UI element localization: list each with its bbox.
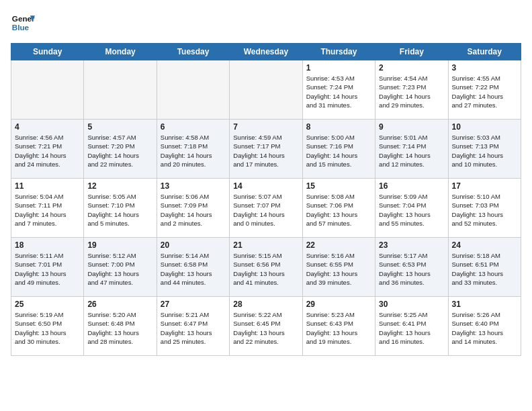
day-number: 8 (306, 122, 371, 132)
calendar-cell: 24Sunrise: 5:18 AM Sunset: 6:51 PM Dayli… (448, 238, 521, 297)
calendar-cell: 30Sunrise: 5:25 AM Sunset: 6:41 PM Dayli… (375, 297, 448, 356)
calendar-cell: 31Sunrise: 5:26 AM Sunset: 6:40 PM Dayli… (448, 297, 521, 356)
day-info: Sunrise: 5:14 AM Sunset: 6:58 PM Dayligh… (161, 251, 226, 287)
calendar-cell: 27Sunrise: 5:21 AM Sunset: 6:47 PM Dayli… (157, 297, 229, 356)
day-info: Sunrise: 5:19 AM Sunset: 6:50 PM Dayligh… (15, 310, 80, 346)
day-info: Sunrise: 4:59 AM Sunset: 7:17 PM Dayligh… (233, 133, 298, 169)
calendar-cell: 1Sunrise: 4:53 AM Sunset: 7:24 PM Daylig… (302, 60, 375, 120)
day-info: Sunrise: 5:22 AM Sunset: 6:45 PM Dayligh… (233, 310, 298, 346)
weekday-header-sunday: Sunday (11, 44, 84, 60)
day-info: Sunrise: 5:08 AM Sunset: 7:06 PM Dayligh… (306, 192, 371, 228)
day-info: Sunrise: 5:15 AM Sunset: 6:56 PM Dayligh… (233, 251, 298, 287)
calendar-cell: 28Sunrise: 5:22 AM Sunset: 6:45 PM Dayli… (230, 297, 302, 356)
day-info: Sunrise: 4:54 AM Sunset: 7:23 PM Dayligh… (379, 74, 444, 109)
day-number: 12 (87, 181, 152, 191)
calendar-week-row: 1Sunrise: 4:53 AM Sunset: 7:24 PM Daylig… (11, 60, 521, 120)
day-number: 11 (15, 181, 80, 191)
calendar-cell: 19Sunrise: 5:12 AM Sunset: 7:00 PM Dayli… (84, 238, 157, 297)
day-number: 4 (15, 122, 80, 132)
day-number: 10 (452, 122, 517, 132)
calendar-cell (84, 60, 157, 120)
calendar-cell: 18Sunrise: 5:11 AM Sunset: 7:01 PM Dayli… (11, 238, 84, 297)
day-info: Sunrise: 5:11 AM Sunset: 7:01 PM Dayligh… (15, 251, 80, 287)
day-info: Sunrise: 5:09 AM Sunset: 7:04 PM Dayligh… (379, 192, 444, 228)
day-number: 27 (161, 300, 226, 309)
calendar-cell: 22Sunrise: 5:16 AM Sunset: 6:55 PM Dayli… (302, 238, 375, 297)
day-number: 1 (306, 63, 371, 73)
day-number: 19 (87, 240, 152, 250)
calendar-cell: 29Sunrise: 5:23 AM Sunset: 6:43 PM Dayli… (302, 297, 375, 356)
day-number: 9 (379, 122, 444, 132)
day-info: Sunrise: 5:18 AM Sunset: 6:51 PM Dayligh… (452, 251, 517, 287)
weekday-header-friday: Friday (375, 44, 448, 60)
day-info: Sunrise: 5:16 AM Sunset: 6:55 PM Dayligh… (306, 251, 371, 287)
weekday-header-monday: Monday (84, 44, 157, 60)
day-number: 28 (233, 300, 298, 309)
day-number: 16 (379, 181, 444, 191)
calendar-cell: 20Sunrise: 5:14 AM Sunset: 6:58 PM Dayli… (157, 238, 229, 297)
day-number: 18 (15, 240, 80, 250)
day-info: Sunrise: 5:07 AM Sunset: 7:07 PM Dayligh… (233, 192, 298, 228)
day-number: 3 (452, 63, 517, 73)
calendar-cell: 3Sunrise: 4:55 AM Sunset: 7:22 PM Daylig… (448, 60, 521, 120)
day-info: Sunrise: 5:23 AM Sunset: 6:43 PM Dayligh… (306, 310, 371, 346)
calendar-week-row: 18Sunrise: 5:11 AM Sunset: 7:01 PM Dayli… (11, 238, 521, 297)
day-number: 17 (452, 181, 517, 191)
day-info: Sunrise: 4:56 AM Sunset: 7:21 PM Dayligh… (15, 133, 80, 169)
weekday-header-thursday: Thursday (302, 44, 375, 60)
day-number: 31 (452, 300, 517, 309)
day-info: Sunrise: 5:26 AM Sunset: 6:40 PM Dayligh… (452, 310, 517, 346)
day-info: Sunrise: 4:55 AM Sunset: 7:22 PM Dayligh… (452, 74, 517, 109)
day-number: 29 (306, 300, 371, 309)
calendar-cell: 17Sunrise: 5:10 AM Sunset: 7:03 PM Dayli… (448, 179, 521, 238)
day-number: 25 (15, 300, 80, 309)
calendar-cell: 21Sunrise: 5:15 AM Sunset: 6:56 PM Dayli… (230, 238, 302, 297)
calendar-cell: 26Sunrise: 5:20 AM Sunset: 6:48 PM Dayli… (84, 297, 157, 356)
day-number: 20 (161, 240, 226, 250)
calendar-cell (157, 60, 229, 120)
calendar-cell: 2Sunrise: 4:54 AM Sunset: 7:23 PM Daylig… (375, 60, 448, 120)
day-info: Sunrise: 5:06 AM Sunset: 7:09 PM Dayligh… (161, 192, 226, 228)
day-info: Sunrise: 5:01 AM Sunset: 7:14 PM Dayligh… (379, 133, 444, 169)
day-info: Sunrise: 5:04 AM Sunset: 7:11 PM Dayligh… (15, 192, 80, 228)
weekday-header-tuesday: Tuesday (157, 44, 229, 60)
day-number: 21 (233, 240, 298, 250)
day-info: Sunrise: 5:10 AM Sunset: 7:03 PM Dayligh… (452, 192, 517, 228)
calendar-week-row: 11Sunrise: 5:04 AM Sunset: 7:11 PM Dayli… (11, 179, 521, 238)
day-number: 13 (161, 181, 226, 191)
calendar-cell: 6Sunrise: 4:58 AM Sunset: 7:18 PM Daylig… (157, 120, 229, 179)
day-info: Sunrise: 4:58 AM Sunset: 7:18 PM Dayligh… (161, 133, 226, 169)
day-info: Sunrise: 5:05 AM Sunset: 7:10 PM Dayligh… (87, 192, 152, 228)
day-number: 23 (379, 240, 444, 250)
weekday-header-saturday: Saturday (448, 44, 521, 60)
day-info: Sunrise: 5:00 AM Sunset: 7:16 PM Dayligh… (306, 133, 371, 169)
calendar-table: SundayMondayTuesdayWednesdayThursdayFrid… (11, 43, 521, 356)
weekday-header-row: SundayMondayTuesdayWednesdayThursdayFrid… (11, 44, 521, 60)
day-info: Sunrise: 5:20 AM Sunset: 6:48 PM Dayligh… (87, 310, 152, 346)
day-number: 14 (233, 181, 298, 191)
day-info: Sunrise: 5:21 AM Sunset: 6:47 PM Dayligh… (161, 310, 226, 346)
day-number: 26 (87, 300, 152, 309)
calendar-week-row: 25Sunrise: 5:19 AM Sunset: 6:50 PM Dayli… (11, 297, 521, 356)
day-number: 24 (452, 240, 517, 250)
calendar-cell: 16Sunrise: 5:09 AM Sunset: 7:04 PM Dayli… (375, 179, 448, 238)
svg-text:Blue: Blue (12, 23, 30, 32)
calendar-cell: 13Sunrise: 5:06 AM Sunset: 7:09 PM Dayli… (157, 179, 229, 238)
calendar-cell: 15Sunrise: 5:08 AM Sunset: 7:06 PM Dayli… (302, 179, 375, 238)
day-number: 30 (379, 300, 444, 309)
calendar-cell: 9Sunrise: 5:01 AM Sunset: 7:14 PM Daylig… (375, 120, 448, 179)
day-number: 2 (379, 63, 444, 73)
calendar-cell: 23Sunrise: 5:17 AM Sunset: 6:53 PM Dayli… (375, 238, 448, 297)
calendar-week-row: 4Sunrise: 4:56 AM Sunset: 7:21 PM Daylig… (11, 120, 521, 179)
page-header: General Blue (11, 11, 521, 35)
day-number: 22 (306, 240, 371, 250)
day-info: Sunrise: 4:57 AM Sunset: 7:20 PM Dayligh… (87, 133, 152, 169)
calendar-cell: 5Sunrise: 4:57 AM Sunset: 7:20 PM Daylig… (84, 120, 157, 179)
calendar-cell: 8Sunrise: 5:00 AM Sunset: 7:16 PM Daylig… (302, 120, 375, 179)
calendar-cell: 11Sunrise: 5:04 AM Sunset: 7:11 PM Dayli… (11, 179, 84, 238)
calendar-cell: 10Sunrise: 5:03 AM Sunset: 7:13 PM Dayli… (448, 120, 521, 179)
calendar-cell: 25Sunrise: 5:19 AM Sunset: 6:50 PM Dayli… (11, 297, 84, 356)
calendar-cell: 7Sunrise: 4:59 AM Sunset: 7:17 PM Daylig… (230, 120, 302, 179)
calendar-cell: 12Sunrise: 5:05 AM Sunset: 7:10 PM Dayli… (84, 179, 157, 238)
day-info: Sunrise: 5:17 AM Sunset: 6:53 PM Dayligh… (379, 251, 444, 287)
